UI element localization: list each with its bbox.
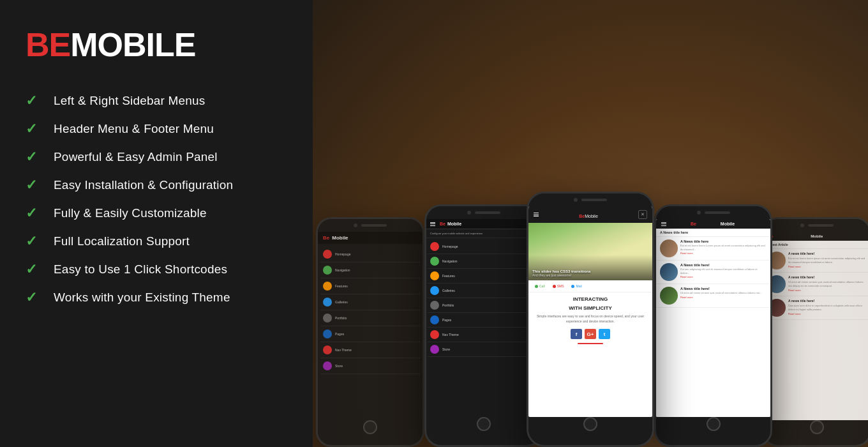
article-body: Ut enim ad minim veniam quis nostrud exe… [680, 291, 762, 295]
fr-article-item-2: A news title here! Ut enim ad minim veni… [765, 273, 868, 296]
article-section-title: A News title here [656, 229, 770, 237]
hero-image: This slider has CSS3 transitions And the… [528, 223, 652, 280]
right-panel: BeMobile Homepage Navigation Features Ga… [313, 0, 868, 447]
logo-mobile: MOBILE [70, 26, 195, 63]
googleplus-button[interactable]: G+ [585, 329, 596, 339]
fl-menu-item: Pages [320, 326, 420, 342]
cl-menu-item: Portfolio [428, 298, 539, 313]
far-right-content: BeMobile Latest Article A news title her… [765, 232, 868, 420]
read-more-link[interactable]: Read more [680, 252, 767, 255]
read-more-link[interactable]: Read more [680, 275, 767, 278]
mail-label: Mail [576, 284, 581, 288]
center-phone-content: BeMobile ✕ [528, 206, 652, 417]
fr-section-title: Latest Article [765, 241, 868, 249]
fl-dot [323, 250, 332, 259]
center-logo-mobile: Mobile [585, 214, 598, 218]
fr-article-text-2: A news title here! Ut enim ad minim veni… [788, 275, 866, 292]
checkmark-icon: ✓ [26, 261, 43, 278]
article-header: BeMobile [656, 219, 770, 229]
fl-item-label: Store [335, 364, 343, 368]
cl-item-label: Store [442, 347, 450, 351]
twitter-button[interactable]: t [599, 329, 610, 339]
hero-section: This slider has CSS3 transitions And the… [528, 223, 652, 280]
checkmark-icon: ✓ [26, 233, 43, 250]
feature-item-feat-7: ✓ Easy to Use 1 Click Shortcodes [26, 255, 294, 284]
phone-speaker-fr [808, 224, 834, 227]
phone-bottom-bar [318, 420, 423, 434]
phone-center: BeMobile ✕ [527, 192, 654, 447]
phone-body-center-left: BeMobile Configure your mobile website a… [424, 204, 542, 447]
social-buttons: f G+ t [534, 329, 647, 339]
camera-dot [354, 224, 357, 227]
feature-label: Easy Installation & Configuration [54, 178, 233, 192]
sms-button[interactable]: SMS [550, 283, 567, 289]
checkmark-icon: ✓ [26, 289, 43, 306]
fl-menu-items: Homepage Navigation Features Galleries P… [318, 244, 423, 377]
article-title: A News title here! [680, 263, 767, 267]
article-logo-mobile: Mobile [721, 222, 735, 226]
feature-item-feat-8: ✓ Works with your Existing Theme [26, 284, 294, 312]
fr-article-item-1: A news title here! Est et est lorem lore… [765, 249, 868, 273]
fr-article-title-1: A news title here! [788, 252, 866, 255]
phone-bottom-bar-r [656, 417, 770, 431]
mail-button[interactable]: Mail [569, 283, 584, 289]
article-thumb [660, 239, 678, 257]
cl-item-label: Features [442, 274, 455, 278]
feature-label: Easy to Use 1 Click Shortcodes [54, 262, 227, 277]
sms-dot [553, 285, 556, 288]
feature-label: Header Menu & Footer Menu [54, 122, 214, 136]
phone-bottom-bar-fr [765, 420, 868, 434]
article-screen: BeMobile A News title here A News title … [656, 219, 770, 417]
article-text: A News title here Est et est lorem lorem… [680, 239, 767, 255]
fr-logo-mobile: Mobile [811, 234, 823, 238]
fr-read-more-2[interactable]: Read more [788, 289, 866, 292]
facebook-button[interactable]: f [571, 329, 582, 339]
phone-far-right: BeMobile Latest Article A news title her… [763, 217, 868, 447]
phone-screen-far-right: BeMobile Latest Article A news title her… [765, 232, 868, 420]
features-list: ✓ Left & Right Sidebar Menus ✓ Header Me… [26, 87, 294, 312]
phone-center-left: BeMobile Configure your mobile website a… [424, 204, 542, 447]
article-item: A News title here! Est nec adipiscing el… [656, 261, 770, 284]
hero-text: This slider has CSS3 transitions And the… [532, 269, 591, 277]
camera-dot-r [697, 211, 701, 215]
read-more-link[interactable]: Read more [680, 296, 762, 299]
main-heading-line1: INTERACTING [534, 296, 647, 302]
feature-label: Fully & Easily Customizable [54, 206, 207, 220]
fr-article-title-3: A news title here! [788, 299, 866, 303]
cl-item-label: Homepage [442, 245, 458, 248]
cl-dot [430, 257, 439, 266]
action-bar: Call SMS Mail [528, 280, 652, 292]
cl-menu-item: Navigation [428, 254, 539, 269]
fr-article-body-1: Est et est lorem lorem ipsum sit amet co… [788, 257, 866, 264]
fr-article-title-2: A news title here! [788, 275, 866, 279]
phone-screen-far-left: BeMobile Homepage Navigation Features Ga… [318, 232, 423, 420]
phone-right: BeMobile A News title here A News title … [654, 204, 772, 447]
fr-read-more-3[interactable]: Read more [788, 312, 866, 315]
home-button [363, 420, 377, 434]
fr-article-text-1: A news title here! Est et est lorem lore… [788, 252, 866, 268]
fl-menu-item: Features [320, 278, 420, 294]
feature-item-feat-1: ✓ Left & Right Sidebar Menus [26, 87, 294, 115]
phone-top-bar [318, 219, 423, 232]
article-body: Est nec adipiscing elit sed do eiusmod t… [680, 268, 767, 275]
article-title: A News title here! [680, 287, 762, 291]
phone-body-far-right: BeMobile Latest Article A news title her… [763, 217, 868, 447]
call-button[interactable]: Call [532, 283, 548, 289]
cl-menu-item: Nav Theme [428, 328, 539, 342]
phone-screen-center: BeMobile ✕ [528, 206, 652, 417]
home-button-cl [477, 417, 491, 431]
article-title: A News title here [680, 239, 767, 243]
phone-top-bar-fr [765, 219, 868, 232]
cl-dot [430, 330, 439, 339]
cl-item-label: Nav Theme [442, 333, 459, 337]
fr-read-more-1[interactable]: Read more [788, 265, 866, 268]
fl-menu-item: Portfolio [320, 310, 420, 326]
article-text: A News title here! Ut enim ad minim veni… [680, 287, 762, 299]
fl-menu-item: Galleries [320, 294, 420, 310]
phone-body-center: BeMobile ✕ [527, 192, 654, 447]
cl-menu-item: Homepage [428, 239, 539, 254]
feature-item-feat-4: ✓ Easy Installation & Configuration [26, 171, 294, 199]
cl-dot [430, 242, 439, 251]
cl-dot [430, 315, 439, 324]
fr-article-item-3: A news title here! Duis aute irure dolor… [765, 296, 868, 320]
